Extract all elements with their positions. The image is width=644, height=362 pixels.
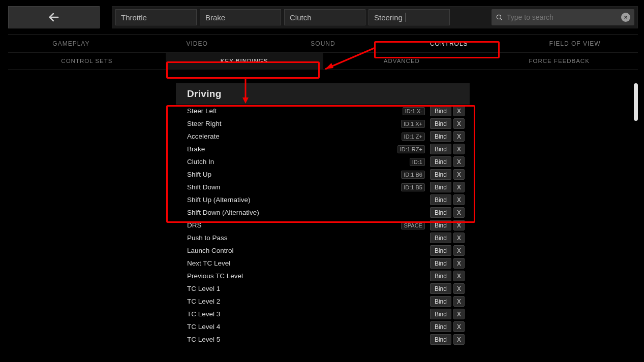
clear-binding-button[interactable]: X: [453, 106, 465, 116]
subtab-control-sets[interactable]: CONTROL SETS: [8, 53, 166, 69]
binding-label: Steer Right: [187, 120, 401, 127]
binding-label: Next TC Level: [187, 259, 428, 267]
tab-controls[interactable]: CONTROLS: [386, 35, 512, 52]
clear-binding-button[interactable]: X: [453, 194, 465, 205]
binding-label: Launch Control: [187, 247, 428, 254]
content-wrap: Driving Steer LeftID:1 X-BindXSteer Righ…: [8, 82, 638, 356]
binding-assignment-chip: ID:1 B6: [401, 171, 425, 179]
binding-row: TC Level 1BindX: [176, 282, 470, 295]
binding-label: Shift Down: [187, 183, 401, 191]
clear-binding-button[interactable]: X: [453, 334, 465, 345]
binding-row: Previous TC LevelBindX: [176, 270, 470, 282]
clear-binding-button[interactable]: X: [453, 233, 465, 243]
tab-gameplay[interactable]: GAMEPLAY: [8, 35, 134, 52]
bind-button[interactable]: Bind: [430, 144, 451, 154]
tab-video[interactable]: VIDEO: [134, 35, 260, 52]
bind-button[interactable]: Bind: [430, 296, 451, 307]
bind-button[interactable]: Bind: [430, 334, 451, 345]
binding-assignment-chip: ID:1 X+: [401, 120, 425, 128]
brake-status: Brake: [200, 9, 281, 25]
clear-binding-button[interactable]: X: [453, 309, 465, 319]
binding-label: TC Level 2: [187, 298, 428, 305]
svg-point-0: [497, 15, 501, 19]
binding-label: TC Level 5: [187, 336, 428, 343]
sub-tab-row: CONTROL SETS KEY BINDINGS ADVANCED FORCE…: [8, 53, 638, 70]
bind-button[interactable]: Bind: [430, 182, 451, 192]
binding-row: Shift Down (Alternative)BindX: [176, 206, 470, 219]
clear-binding-button[interactable]: X: [453, 156, 465, 167]
binding-label: Steer Left: [187, 107, 403, 115]
clear-binding-button[interactable]: X: [453, 207, 465, 218]
binding-row: Steer LeftID:1 X-BindX: [176, 105, 470, 117]
clear-binding-button[interactable]: X: [453, 321, 465, 332]
clear-search-button[interactable]: [621, 13, 630, 22]
bind-button[interactable]: Bind: [430, 283, 451, 294]
clear-binding-button[interactable]: X: [453, 258, 465, 269]
binding-row: TC Level 2BindX: [176, 295, 470, 308]
bind-button[interactable]: Bind: [430, 233, 451, 243]
clear-binding-button[interactable]: X: [453, 169, 465, 180]
arrow-left-icon: [47, 10, 61, 24]
binding-label: Brake: [187, 145, 397, 153]
binding-label: Clutch In: [187, 158, 410, 166]
binding-assignment-chip: ID:1 B5: [401, 183, 425, 191]
bind-button[interactable]: Bind: [430, 207, 451, 218]
clear-binding-button[interactable]: X: [453, 283, 465, 294]
bind-button[interactable]: Bind: [430, 321, 451, 332]
bind-button[interactable]: Bind: [430, 156, 451, 167]
bind-button[interactable]: Bind: [430, 271, 451, 281]
binding-label: Previous TC Level: [187, 272, 428, 280]
binding-assignment-chip: ID:1: [410, 158, 425, 166]
clear-binding-button[interactable]: X: [453, 220, 465, 231]
bind-button[interactable]: Bind: [430, 131, 451, 142]
clear-binding-button[interactable]: X: [453, 271, 465, 281]
throttle-status: Throttle: [115, 9, 197, 25]
input-status-row: Throttle Brake Clutch Steering: [112, 6, 638, 28]
scrollbar-thumb[interactable]: [634, 83, 638, 121]
binding-row: Push to PassBindX: [176, 232, 470, 244]
binding-row: Launch ControlBindX: [176, 244, 470, 257]
steering-status: Steering: [369, 9, 450, 25]
clear-binding-button[interactable]: X: [453, 131, 465, 142]
binding-row: Clutch InID:1BindX: [176, 155, 470, 168]
search-input[interactable]: [507, 13, 617, 21]
back-button[interactable]: [8, 6, 100, 28]
binding-row: Shift Up (Alternative)BindX: [176, 193, 470, 206]
bindings-list: Steer LeftID:1 X-BindXSteer RightID:1 X+…: [176, 105, 470, 346]
bind-button[interactable]: Bind: [430, 169, 451, 180]
binding-row: Shift UpID:1 B6BindX: [176, 168, 470, 181]
clear-binding-button[interactable]: X: [453, 118, 465, 129]
binding-row: TC Level 3BindX: [176, 308, 470, 320]
bind-button[interactable]: Bind: [430, 118, 451, 129]
binding-assignment-chip: ID:1 RZ+: [397, 145, 425, 153]
search-box[interactable]: [492, 9, 634, 25]
clear-binding-button[interactable]: X: [453, 296, 465, 307]
bind-button[interactable]: Bind: [430, 194, 451, 205]
binding-row: Steer RightID:1 X+BindX: [176, 117, 470, 130]
bind-button[interactable]: Bind: [430, 106, 451, 116]
clear-binding-button[interactable]: X: [453, 245, 465, 256]
clear-binding-button[interactable]: X: [453, 182, 465, 192]
binding-row: Shift DownID:1 B5BindX: [176, 181, 470, 193]
bind-button[interactable]: Bind: [430, 309, 451, 319]
binding-label: Shift Down (Alternative): [187, 209, 428, 216]
subtab-advanced[interactable]: ADVANCED: [323, 53, 481, 69]
bind-button[interactable]: Bind: [430, 245, 451, 256]
close-icon: [623, 15, 628, 20]
bindings-panel: Driving Steer LeftID:1 X-BindXSteer Righ…: [176, 83, 470, 356]
clear-binding-button[interactable]: X: [453, 144, 465, 154]
bind-button[interactable]: Bind: [430, 220, 451, 231]
binding-label: Shift Up: [187, 171, 401, 178]
binding-row: DRSSPACEBindX: [176, 219, 470, 232]
bind-button[interactable]: Bind: [430, 258, 451, 269]
binding-label: TC Level 3: [187, 310, 428, 318]
binding-label: TC Level 1: [187, 285, 428, 292]
main-tab-row: GAMEPLAY VIDEO SOUND CONTROLS FIELD OF V…: [8, 35, 638, 53]
binding-label: Accelerate: [187, 133, 402, 140]
subtab-key-bindings[interactable]: KEY BINDINGS: [166, 53, 323, 69]
binding-row: AccelerateID:1 Z+BindX: [176, 130, 470, 143]
tab-fov[interactable]: FIELD OF VIEW: [512, 35, 638, 52]
subtab-force-feedback[interactable]: FORCE FEEDBACK: [480, 53, 638, 69]
binding-label: Shift Up (Alternative): [187, 196, 428, 204]
tab-sound[interactable]: SOUND: [260, 35, 386, 52]
